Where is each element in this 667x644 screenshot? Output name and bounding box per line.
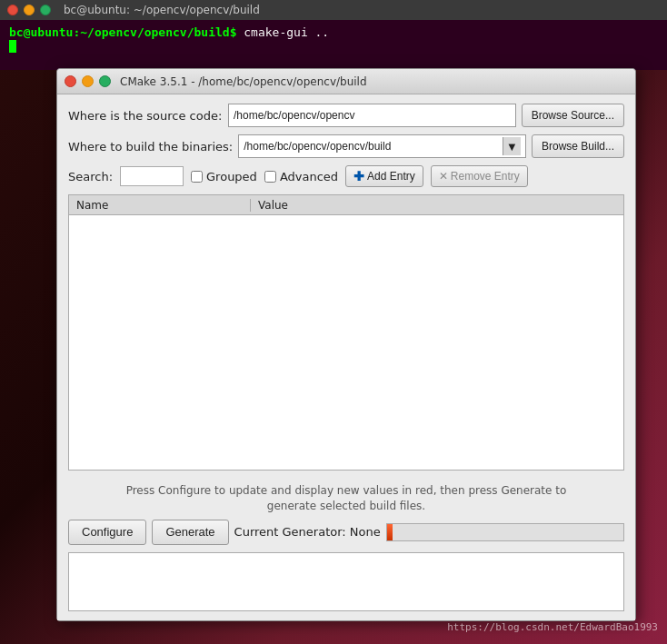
grouped-label: Grouped [206,170,257,183]
terminal-titlebar: bc@ubuntu: ~/opencv/opencv/build [0,0,667,20]
cmake-window: CMake 3.5.1 - /home/bc/opencv/opencv/bui… [56,68,636,621]
binaries-input[interactable] [244,140,503,153]
advanced-checkbox[interactable] [264,171,276,183]
cmake-body: Where is the source code: Browse Source.… [57,94,635,620]
generator-label: Current Generator: None [234,525,381,539]
table-body[interactable] [69,215,623,470]
remove-entry-button[interactable]: ✕ Remove Entry [431,165,528,187]
source-input[interactable] [228,104,516,127]
remove-icon: ✕ [439,170,448,183]
cmake-maximize-button[interactable] [99,75,111,87]
terminal-title: bc@ubuntu: ~/opencv/opencv/build [64,4,260,16]
source-row: Where is the source code: Browse Source.… [68,104,624,127]
advanced-label: Advanced [280,170,338,183]
terminal-cursor [9,40,16,53]
cmake-titlebar: CMake 3.5.1 - /home/bc/opencv/opencv/bui… [57,69,635,94]
binaries-label: Where to build the binaries: [68,140,233,154]
cmake-minimize-button[interactable] [82,75,94,87]
search-input[interactable] [120,166,184,186]
terminal-maximize-dot[interactable] [40,5,51,15]
advanced-checkbox-group: Advanced [264,170,338,183]
terminal-prompt: bc@ubuntu:~/opencv/opencv/build$ [9,25,236,39]
grouped-checkbox-group: Grouped [191,170,257,183]
binaries-combo: ▼ [238,134,526,158]
remove-entry-label: Remove Entry [451,170,520,183]
binaries-dropdown-arrow[interactable]: ▼ [503,137,521,155]
bottom-row: Configure Generate Current Generator: No… [68,520,624,545]
cmake-table: Name Value [68,194,624,471]
cmake-close-button[interactable] [65,75,76,87]
generator-indicator [387,524,393,540]
log-area[interactable] [68,552,624,611]
browse-source-button[interactable]: Browse Source... [522,104,624,127]
cmake-title: CMake 3.5.1 - /home/bc/opencv/opencv/bui… [120,75,367,88]
search-row: Search: Grouped Advanced ✚ Add Entry ✕ R… [68,165,624,187]
grouped-checkbox[interactable] [191,171,203,183]
add-icon: ✚ [353,169,364,183]
generator-progress-bar [386,523,624,541]
info-text: Press Configure to update and display ne… [68,478,624,520]
table-name-header: Name [69,199,251,212]
terminal-content: bc@ubuntu:~/opencv/opencv/build$ cmake-g… [0,20,667,70]
browse-build-button[interactable]: Browse Build... [532,134,624,158]
binaries-row: Where to build the binaries: ▼ Browse Bu… [68,134,624,158]
generate-button[interactable]: Generate [152,520,228,545]
source-label: Where is the source code: [68,109,223,123]
terminal-minimize-dot[interactable] [24,5,35,15]
table-value-header: Value [251,199,623,212]
table-header: Name Value [69,195,623,215]
configure-button[interactable]: Configure [68,520,146,545]
add-entry-label: Add Entry [367,170,415,183]
watermark: https://blog.csdn.net/EdwardBao1993 [447,621,658,633]
terminal-command: cmake-gui .. [236,25,329,39]
terminal-close-dot[interactable] [7,5,18,15]
search-label: Search: [68,170,113,183]
add-entry-button[interactable]: ✚ Add Entry [345,165,423,187]
